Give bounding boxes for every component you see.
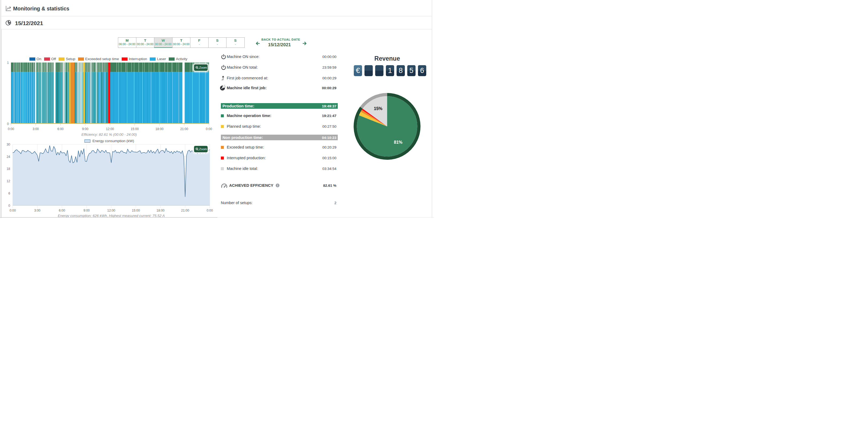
svg-text:z: z xyxy=(224,86,225,89)
svg-text:0:00: 0:00 xyxy=(207,209,213,212)
svg-text:0:00: 0:00 xyxy=(206,127,212,131)
svg-text:18:00: 18:00 xyxy=(156,209,164,212)
svg-text:81%: 81% xyxy=(394,140,402,144)
svg-text:6:00: 6:00 xyxy=(57,127,64,131)
svg-text:30: 30 xyxy=(7,143,10,146)
svg-text:3:00: 3:00 xyxy=(34,209,41,212)
svg-text:Zoom: Zoom xyxy=(199,66,207,69)
svg-text:12: 12 xyxy=(7,179,10,183)
svg-text:1: 1 xyxy=(7,61,9,65)
svg-text:21:00: 21:00 xyxy=(181,209,189,212)
svg-text:12:00: 12:00 xyxy=(106,127,114,131)
svg-text:0: 0 xyxy=(7,122,9,126)
svg-text:21:00: 21:00 xyxy=(180,127,188,131)
svg-text:18: 18 xyxy=(7,167,10,171)
svg-text:Zoom: Zoom xyxy=(199,147,207,151)
svg-text:15:00: 15:00 xyxy=(132,209,140,212)
svg-text:12:00: 12:00 xyxy=(107,209,115,212)
svg-text:0:00: 0:00 xyxy=(8,127,14,131)
svg-text:9:00: 9:00 xyxy=(84,209,90,212)
svg-text:3:00: 3:00 xyxy=(33,127,39,131)
svg-text:18:00: 18:00 xyxy=(155,127,163,131)
svg-text:0: 0 xyxy=(8,204,10,208)
svg-text:15%: 15% xyxy=(374,106,382,111)
svg-text:z: z xyxy=(225,86,226,88)
svg-text:6: 6 xyxy=(8,192,10,195)
svg-text:Efficiency: 82.61 % (00:00 - 2: Efficiency: 82.61 % (00:00 - 24:00) xyxy=(81,133,137,136)
svg-text:0:00: 0:00 xyxy=(10,209,16,212)
svg-text:9:00: 9:00 xyxy=(82,127,89,131)
svg-text:24: 24 xyxy=(7,155,10,159)
svg-text:6:00: 6:00 xyxy=(59,209,65,212)
svg-text:15:00: 15:00 xyxy=(131,127,139,131)
